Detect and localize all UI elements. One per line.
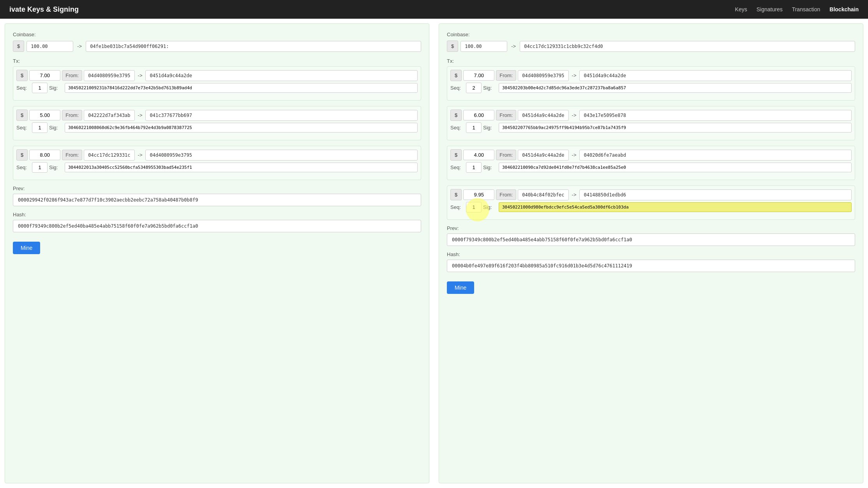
- left-tx3-seq-val: 1: [32, 162, 48, 173]
- left-tx1-to-addr: 0451d4a9c44a2de: [145, 70, 418, 81]
- right-tx2-arrow: ->: [570, 112, 578, 118]
- right-tx2-from-label: From:: [496, 110, 516, 120]
- left-tx2-from-label: From:: [62, 110, 82, 120]
- left-hash-value: 0000f79349c800b2ef5ed40ba485e4abb75158f6…: [13, 220, 421, 232]
- right-tx-block-2: $ 6.00 From: 0451d4a9c44a2de -> 043e17e5…: [447, 106, 855, 140]
- navbar-title: ivate Keys & Signing: [9, 5, 79, 14]
- right-tx1-from-label: From:: [496, 70, 516, 81]
- right-hash-label: Hash:: [447, 251, 855, 257]
- right-tx2-sig-val: 304502207765bb9ac24975ff9b4194b95b7ce87b…: [499, 123, 852, 133]
- left-prev-hash: 000029942f0286f943ac7e877d7f10c3902aecbb…: [13, 194, 421, 206]
- nav-transaction[interactable]: Transaction: [792, 6, 820, 12]
- right-tx3-seq-val: 1: [466, 162, 482, 173]
- left-tx3-seq-label: Seq:: [16, 164, 30, 170]
- right-tx2-seq-val: 1: [466, 122, 482, 133]
- left-tx3-from-addr: 04cc17dc129331c: [84, 150, 134, 161]
- right-tx1-to-addr: 0451d4a9c44a2de: [579, 70, 852, 81]
- right-coinbase-arrow: ->: [510, 43, 517, 49]
- left-tx2-dollar: $: [16, 110, 28, 121]
- left-tx1-dollar: $: [16, 70, 28, 81]
- left-coinbase-arrow: ->: [76, 43, 83, 49]
- right-tx1-dollar: $: [450, 70, 462, 81]
- right-tx3-sig-val: 304602210090ca7d92de041fd0e7fd7b4638ca1e…: [499, 163, 852, 172]
- right-tx1-arrow: ->: [570, 72, 578, 78]
- left-tx2-to-addr: 041c377677bb697: [145, 110, 418, 121]
- right-tx3-dollar: $: [450, 149, 462, 161]
- right-tx3-from-label: From:: [496, 150, 516, 160]
- right-tx1-sig-val: 304502203b00e4d2c7d85dc96a3ede37c287237b…: [499, 83, 852, 93]
- left-mine-button[interactable]: Mine: [13, 242, 40, 254]
- left-tx-block-1: $ 7.00 From: 04d4080959e3795 -> 0451d4a9…: [13, 66, 421, 101]
- left-tx3-dollar: $: [16, 149, 28, 161]
- navbar-links: Keys Signatures Transaction Blockchain: [735, 6, 859, 12]
- right-tx4-to-addr: 04148850d1edbd6: [579, 189, 852, 200]
- right-tx2-from-addr: 0451d4a9c44a2de: [518, 110, 568, 121]
- left-tx-label: Tx:: [13, 58, 421, 64]
- left-tx3-sig-label: Sig:: [49, 164, 63, 170]
- left-panel: Coinbase: $ 100.00 -> 04fe1be031bc7a54d9…: [5, 23, 429, 483]
- right-tx4-seq-val: 1: [466, 202, 482, 212]
- left-tx1-seq-label: Seq:: [16, 85, 30, 91]
- left-tx2-sig-val: 30460221008060d62c9e36fb464b792e4d3b9a08…: [65, 123, 418, 133]
- right-panel: Coinbase: $ 100.00 -> 04cc17dc129331c1cb…: [439, 23, 863, 483]
- right-tx1-seq-val: 2: [466, 83, 482, 93]
- right-mine-button[interactable]: Mine: [447, 281, 474, 294]
- right-tx4-seq-label: Seq:: [450, 204, 464, 210]
- left-coinbase-address: 04fe1be031bc7a54d900ff06291:: [86, 41, 421, 52]
- left-tx2-seq-val: 1: [32, 122, 48, 133]
- left-tx2-arrow: ->: [136, 112, 144, 118]
- right-hash-value: 00004b0fe497e89f616f203f4bb80985a510fc91…: [447, 260, 855, 272]
- left-tx3-sig-val: 3044022013a30405cc52560bcfa5348955303bad…: [65, 163, 418, 172]
- left-coinbase-amount: 100.00: [26, 41, 73, 52]
- right-tx1-seq-label: Seq:: [450, 85, 464, 91]
- left-coinbase-label: Coinbase:: [13, 32, 421, 37]
- left-hash-label: Hash:: [13, 212, 421, 217]
- left-tx3-to-addr: 04d4080959e3795: [145, 150, 418, 161]
- left-tx3-arrow: ->: [136, 152, 144, 158]
- right-tx3-sig-label: Sig:: [483, 164, 497, 170]
- right-tx3-from-addr: 0451d4a9c44a2de: [518, 150, 568, 161]
- right-tx4-sig-val: 30450221000d980efbdcc9efc5e54ca5ed5a300d…: [499, 202, 852, 212]
- right-tx3-to-addr: 04020d6fe7aeabd: [579, 150, 852, 161]
- right-tx4-from-addr: 040b4c84f02bfec: [518, 189, 568, 200]
- left-tx2-seq-label: Seq:: [16, 125, 30, 131]
- left-tx1-sig-label: Sig:: [49, 85, 63, 91]
- right-tx2-seq-label: Seq:: [450, 125, 464, 131]
- navbar: ivate Keys & Signing Keys Signatures Tra…: [0, 0, 868, 19]
- left-tx1-arrow: ->: [136, 72, 144, 78]
- right-tx2-amount: 6.00: [463, 110, 494, 120]
- left-tx2-amount: 5.00: [29, 110, 60, 120]
- nav-signatures[interactable]: Signatures: [757, 6, 783, 12]
- right-tx1-from-addr: 04d4080959e3795: [518, 70, 568, 81]
- right-tx-block-3: $ 4.00 From: 0451d4a9c44a2de -> 04020d6f…: [447, 146, 855, 180]
- right-tx-block-4: $ 9.95 From: 040b4c84f02bfec -> 04148850…: [447, 186, 855, 220]
- left-tx2-from-addr: 042222d7af343ab: [84, 110, 134, 121]
- right-coinbase-dollar: $: [447, 41, 458, 52]
- right-tx4-arrow: ->: [570, 192, 578, 198]
- right-coinbase-label: Coinbase:: [447, 32, 855, 37]
- left-tx1-from-label: From:: [62, 70, 82, 81]
- right-tx4-from-label: From:: [496, 189, 516, 200]
- left-tx2-sig-label: Sig:: [49, 125, 63, 131]
- right-tx4-dollar: $: [450, 189, 462, 200]
- right-tx1-sig-label: Sig:: [483, 85, 497, 91]
- left-tx1-from-addr: 04d4080959e3795: [84, 70, 134, 81]
- right-tx3-amount: 4.00: [463, 150, 494, 160]
- right-prev-label: Prev:: [447, 225, 855, 231]
- right-tx1-amount: 7.00: [463, 70, 494, 81]
- right-prev-hash: 0000f79349c800b2ef5ed40ba485e4abb75158f6…: [447, 233, 855, 246]
- left-tx1-sig-val: 30450221009231b78416d222dd7e73e42b5bd761…: [65, 83, 418, 93]
- left-tx-block-3: $ 8.00 From: 04cc17dc129331c -> 04d40809…: [13, 146, 421, 180]
- right-tx2-to-addr: 043e17e5095e878: [579, 110, 852, 121]
- right-tx3-arrow: ->: [570, 152, 578, 158]
- right-coinbase-amount: 100.00: [460, 41, 507, 52]
- right-tx-block-1: $ 7.00 From: 04d4080959e3795 -> 0451d4a9…: [447, 66, 855, 101]
- left-tx1-seq-val: 1: [32, 83, 48, 93]
- right-tx-label: Tx:: [447, 58, 855, 64]
- right-tx3-seq-label: Seq:: [450, 164, 464, 170]
- nav-blockchain[interactable]: Blockchain: [829, 6, 859, 12]
- left-tx-block-2: $ 5.00 From: 042222d7af343ab -> 041c3776…: [13, 106, 421, 140]
- nav-keys[interactable]: Keys: [735, 6, 747, 12]
- left-tx3-from-label: From:: [62, 150, 82, 160]
- right-tx2-dollar: $: [450, 110, 462, 121]
